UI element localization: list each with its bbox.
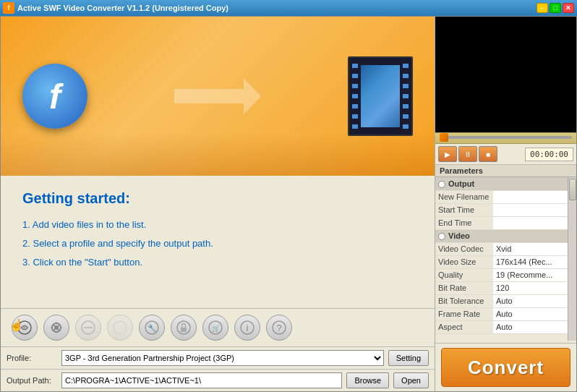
right-panel: ▶ ⏸ ■ 00:00:00 Parameters OutputNew File… [435, 17, 576, 391]
profile-select[interactable]: 3GP - 3rd Generation Partnership Project… [61, 350, 384, 366]
convert-btn-area: Convert [435, 343, 576, 391]
timeline-track[interactable] [440, 136, 572, 139]
lock-button[interactable] [171, 315, 197, 341]
cart-button[interactable]: 🛒 [202, 315, 228, 341]
timeline[interactable] [435, 132, 576, 144]
help-button[interactable]: ? [266, 315, 292, 341]
flash-letter: f [49, 77, 61, 116]
stop-button[interactable]: ■ [479, 146, 497, 162]
left-panel: f Getting started: Add video files in to… [1, 17, 435, 391]
content-area: Getting started: Add video files in to t… [1, 176, 435, 308]
play-icon: ▶ [445, 150, 450, 158]
getting-started-title: Getting started: [22, 190, 413, 207]
flash-logo: f [22, 64, 87, 129]
title-bar: f Active SWF Video Converter V1.1.2 (Unr… [0, 0, 577, 16]
svg-text:i: i [247, 323, 249, 333]
profile-label: Profile: [7, 354, 57, 362]
steps-list: Add video files in to the list. Select a… [22, 216, 413, 272]
settings-button[interactable] [43, 315, 69, 341]
svg-text:🔧: 🔧 [148, 323, 157, 333]
maximize-button[interactable]: □ [550, 3, 561, 13]
info-button[interactable]: i [234, 315, 260, 341]
setting-button[interactable]: Setting [388, 350, 429, 366]
step-1: Add video files in to the list. [22, 216, 413, 234]
title-bar-left: f Active SWF Video Converter V1.1.2 (Unr… [3, 2, 228, 14]
timeline-thumb[interactable] [440, 133, 448, 142]
stop-icon: ■ [486, 150, 490, 158]
svg-point-5 [114, 321, 127, 334]
params-table: OutputNew FilenameStart TimeEnd TimeVide… [435, 177, 576, 334]
arrow-area [87, 78, 348, 114]
window-title: Active SWF Video Converter V1.1.2 (Unreg… [17, 4, 228, 12]
convert-button[interactable]: Convert [441, 348, 570, 387]
blank-button[interactable] [107, 315, 133, 341]
minimize-button[interactable]: ─ [537, 3, 548, 13]
params-scrollbar[interactable] [568, 177, 576, 341]
step-3: Click on the "Start" button. [22, 253, 413, 272]
step-2: Select a profile and specify the output … [22, 234, 413, 253]
play-button[interactable]: ▶ [438, 146, 457, 162]
remove-button[interactable] [75, 315, 101, 341]
open-button[interactable]: Open [393, 372, 429, 388]
playback-controls: ▶ ⏸ ■ 00:00:00 [435, 144, 576, 165]
title-buttons: ─ □ ✕ [537, 3, 574, 13]
svg-rect-9 [181, 328, 187, 332]
arrow-shape [174, 78, 261, 114]
output-label: Output Path: [7, 376, 57, 385]
svg-text:🛒: 🛒 [212, 324, 221, 333]
params-scrollbar-thumb[interactable] [569, 179, 576, 200]
close-button[interactable]: ✕ [563, 3, 574, 13]
wrench-button[interactable]: 🔧 [139, 315, 165, 341]
browse-button[interactable]: Browse [346, 372, 389, 388]
add-files-button[interactable] [12, 315, 38, 341]
time-display: 00:00:00 [525, 148, 573, 161]
output-row: Output Path: Browse Open [1, 369, 435, 391]
banner: f [1, 17, 435, 176]
film-content [361, 65, 400, 127]
params-panel: Parameters OutputNew FilenameStart TimeE… [435, 165, 576, 343]
toolbar: 🔧 🛒 i ? ☝ [1, 308, 435, 346]
params-header: Parameters [435, 165, 576, 177]
svg-text:?: ? [276, 323, 281, 333]
preview-area [435, 17, 576, 132]
profile-row: Profile: 3GP - 3rd Generation Partnershi… [1, 346, 435, 369]
output-path-input[interactable] [61, 372, 342, 388]
film-strip [348, 56, 413, 136]
app-icon: f [3, 2, 14, 14]
pause-icon: ⏸ [464, 150, 471, 158]
pause-button[interactable]: ⏸ [458, 146, 477, 162]
main-window: f Getting started: Add video files in to… [0, 16, 577, 392]
